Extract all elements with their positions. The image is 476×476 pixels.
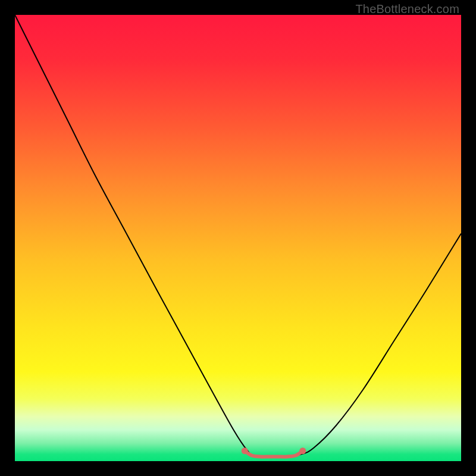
flat-segment-line: [245, 451, 303, 457]
plot-area: [15, 15, 461, 461]
flat-segment-points: [242, 447, 306, 454]
flat-segment-endpoint: [242, 447, 248, 454]
flat-segment-endpoint: [299, 447, 306, 454]
watermark-text: TheBottleneck.com: [355, 2, 459, 16]
curve-layer: [15, 15, 461, 461]
chart-stage: TheBottleneck.com: [0, 0, 476, 476]
main-curve: [15, 15, 461, 458]
